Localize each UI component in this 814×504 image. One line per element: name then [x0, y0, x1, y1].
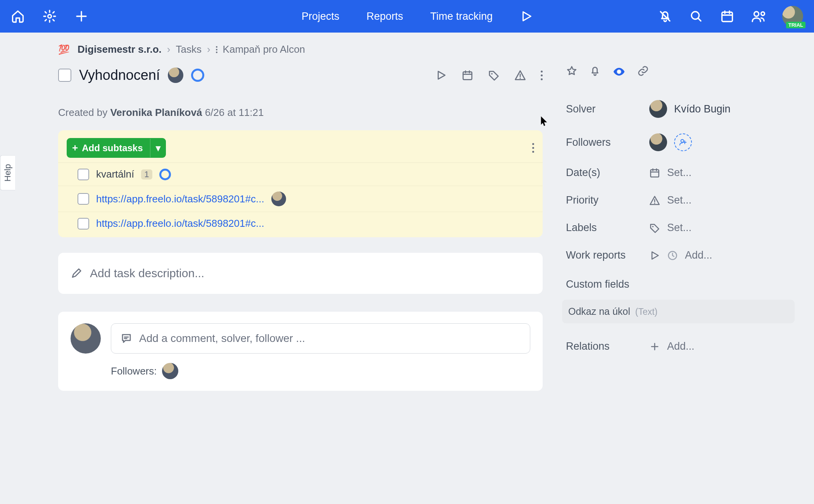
- org-emoji: 💯: [58, 44, 70, 55]
- solver-name[interactable]: Kvído Bugin: [674, 103, 731, 115]
- warning-icon: [649, 195, 660, 206]
- dates-label: Date(s): [566, 167, 649, 179]
- subtask-link[interactable]: https://app.freelo.io/task/5898201#c...: [96, 193, 264, 205]
- subtask-checkbox[interactable]: [78, 218, 89, 230]
- clock-icon: [667, 250, 678, 261]
- subtask-row[interactable]: kvartální 1: [58, 162, 543, 186]
- work-add[interactable]: Add...: [685, 249, 712, 261]
- custom-field-row[interactable]: Odkaz na úkol (Text): [562, 300, 795, 323]
- svg-point-7: [681, 140, 684, 142]
- plus-icon: +: [72, 142, 78, 154]
- tag-icon: [649, 223, 660, 233]
- custom-field-type: (Text): [635, 307, 658, 317]
- task-checkbox[interactable]: [58, 69, 71, 82]
- subtasks-card: +Add subtasks ▾ kvartální 1 https://app.…: [58, 130, 543, 237]
- priority-row: Priority Set...: [566, 186, 798, 214]
- subtask-count-badge: 1: [141, 169, 152, 180]
- task-description-input[interactable]: Add task description...: [58, 253, 543, 294]
- add-subtasks-button[interactable]: +Add subtasks ▾: [67, 138, 166, 158]
- help-tab[interactable]: Help: [0, 155, 15, 190]
- nav-reports[interactable]: Reports: [367, 10, 404, 22]
- svg-rect-8: [651, 169, 659, 177]
- subtask-title: kvartální: [96, 168, 134, 180]
- labels-row: Labels Set...: [566, 214, 798, 242]
- nav-projects[interactable]: Projects: [302, 10, 340, 22]
- gear-icon[interactable]: [43, 9, 57, 23]
- solver-row: Solver Kvído Bugin: [566, 92, 798, 126]
- chevron-right-icon: ›: [167, 43, 171, 55]
- comment-card: Add a comment, solver, follower ... Foll…: [58, 312, 543, 391]
- work-reports-label: Work reports: [566, 249, 649, 261]
- breadcrumb-tasks[interactable]: Tasks: [176, 43, 201, 55]
- custom-field-name: Odkaz na úkol: [568, 306, 630, 317]
- subtask-checkbox[interactable]: [78, 169, 89, 180]
- status-ring-icon[interactable]: [191, 69, 204, 82]
- play-icon[interactable]: [649, 250, 660, 261]
- work-reports-row: Work reports Add...: [566, 242, 798, 269]
- people-icon[interactable]: [751, 9, 765, 23]
- followers-label: Followers:: [111, 365, 157, 377]
- svg-rect-2: [722, 12, 733, 22]
- trial-badge: TRIAL: [786, 22, 805, 28]
- labels-label: Labels: [566, 222, 649, 234]
- priority-label: Priority: [566, 194, 649, 206]
- topbar: Projects Reports Time tracking TRIAL: [0, 0, 814, 33]
- calendar-icon[interactable]: [720, 9, 734, 23]
- calendar-icon[interactable]: [462, 69, 473, 81]
- subtask-row[interactable]: https://app.freelo.io/task/5898201#c...: [58, 212, 543, 235]
- description-placeholder: Add task description...: [90, 267, 204, 280]
- solver-label: Solver: [566, 103, 649, 115]
- status-ring-icon[interactable]: [159, 169, 171, 180]
- svg-point-6: [618, 71, 620, 73]
- labels-set[interactable]: Set...: [667, 222, 692, 234]
- plus-icon: [649, 341, 660, 352]
- home-icon[interactable]: [11, 9, 25, 23]
- priority-set[interactable]: Set...: [667, 194, 692, 206]
- star-icon[interactable]: [566, 65, 578, 78]
- svg-point-3: [754, 12, 759, 16]
- subtask-checkbox[interactable]: [78, 193, 89, 205]
- breadcrumb: 💯 Digisemestr s.r.o. › Tasks › Kampaň pr…: [58, 43, 543, 55]
- bell-icon[interactable]: [589, 65, 601, 78]
- subtask-link[interactable]: https://app.freelo.io/task/5898201#c...: [96, 217, 264, 230]
- nav-time-tracking[interactable]: Time tracking: [430, 10, 493, 22]
- follower-avatar[interactable]: [162, 363, 178, 379]
- relations-label: Relations: [566, 340, 649, 352]
- dates-set[interactable]: Set...: [667, 167, 692, 179]
- custom-fields-heading: Custom fields: [566, 274, 798, 294]
- search-icon[interactable]: [689, 9, 703, 23]
- task-title[interactable]: Vyhodnocení: [79, 67, 160, 83]
- svg-point-0: [48, 15, 52, 18]
- add-subtasks-dropdown[interactable]: ▾: [150, 139, 166, 157]
- eye-icon[interactable]: [612, 65, 626, 78]
- current-user-avatar: [71, 323, 101, 354]
- subtask-row[interactable]: https://app.freelo.io/task/5898201#c...: [58, 186, 543, 212]
- breadcrumb-menu[interactable]: [216, 46, 217, 53]
- user-avatar[interactable]: TRIAL: [782, 6, 803, 27]
- breadcrumb-org[interactable]: Digisemestr s.r.o.: [78, 43, 162, 55]
- side-actions: [566, 65, 798, 78]
- bell-off-icon[interactable]: [658, 9, 672, 23]
- svg-point-9: [652, 226, 654, 227]
- warning-icon[interactable]: [514, 69, 526, 81]
- play-icon[interactable]: [520, 10, 533, 23]
- followers-label: Followers: [566, 136, 649, 148]
- solver-avatar[interactable]: [649, 100, 667, 118]
- pencil-icon: [71, 268, 82, 279]
- breadcrumb-campaign[interactable]: Kampaň pro Alcon: [223, 43, 305, 55]
- play-icon[interactable]: [435, 69, 447, 81]
- add-icon[interactable]: [74, 9, 88, 23]
- add-follower-button[interactable]: [674, 133, 692, 151]
- tag-icon[interactable]: [488, 69, 500, 81]
- subtasks-menu[interactable]: [532, 143, 534, 153]
- calendar-icon: [649, 167, 660, 178]
- follower-avatar[interactable]: [649, 133, 667, 151]
- assignee-avatar[interactable]: [168, 67, 183, 83]
- task-menu[interactable]: [541, 71, 543, 80]
- relations-row: Relations Add...: [566, 333, 798, 360]
- subtask-avatar[interactable]: [271, 192, 286, 206]
- relations-add[interactable]: Add...: [667, 340, 695, 352]
- link-icon[interactable]: [637, 65, 649, 78]
- comment-input[interactable]: Add a comment, solver, follower ...: [111, 323, 530, 354]
- comment-placeholder: Add a comment, solver, follower ...: [139, 332, 305, 345]
